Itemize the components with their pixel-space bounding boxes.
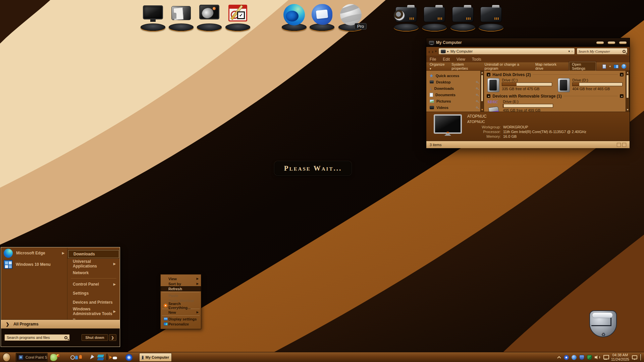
start-item-devices-and-printers[interactable]: Devices and Printers: [67, 298, 120, 307]
context-item-refresh[interactable]: Refresh: [161, 286, 201, 291]
title-bar[interactable]: My Computer: [426, 38, 630, 47]
back-button[interactable]: ‹: [428, 49, 430, 54]
menu-edit[interactable]: Edit: [443, 57, 450, 62]
network-icon[interactable]: [603, 355, 608, 360]
task-button-my-computer[interactable]: My Computer: [139, 353, 172, 362]
shut-down-button[interactable]: Shut down: [82, 334, 108, 341]
close-button[interactable]: [619, 41, 627, 44]
drive-c[interactable]: Drive (C:) 335 GB free of 475 GB: [487, 78, 553, 92]
search-input[interactable]: [579, 49, 623, 53]
tray-sparkle-icon[interactable]: [564, 355, 569, 360]
uninstall-button[interactable]: Uninstall or change a program: [485, 62, 529, 70]
scroll-up-icon[interactable]: ▲: [626, 71, 629, 74]
context-item-new[interactable]: New ▶: [161, 310, 201, 315]
scrollbar-thumb[interactable]: [626, 75, 629, 98]
recent-pages-icon[interactable]: ▾: [435, 50, 437, 53]
scroll-down-icon[interactable]: ▼: [481, 108, 484, 111]
start-search-box[interactable]: [4, 334, 70, 341]
collapse-icon[interactable]: ▲: [487, 73, 490, 76]
start-item-control-panel[interactable]: Control Panel ▶: [67, 280, 120, 289]
context-item-search-everything[interactable]: Search Everything...: [161, 303, 201, 308]
sidebar-item-pictures[interactable]: Pictures: [430, 98, 480, 104]
tray-shield-icon[interactable]: [579, 355, 584, 360]
show-desktop-button[interactable]: [640, 354, 641, 361]
my-computer-window: My Computer ‹ › ▾ ▸ My Computer ▾ › Fil: [426, 38, 630, 148]
dock-folder-icon-3[interactable]: [477, 3, 505, 32]
change-view-icon[interactable]: [602, 64, 606, 69]
start-button[interactable]: [3, 353, 10, 362]
sidebar-item-videos[interactable]: Videos: [430, 104, 480, 111]
maximize-button[interactable]: [607, 41, 615, 44]
preview-pane-icon[interactable]: [614, 65, 619, 68]
dock-documents-icon[interactable]: [167, 3, 195, 32]
start-search-input[interactable]: [7, 336, 64, 340]
sidebar-item-documents[interactable]: Documents: [430, 92, 480, 98]
details-view-icon[interactable]: [617, 143, 621, 147]
dock-thunderbird-icon[interactable]: [308, 3, 336, 32]
volume-icon[interactable]: [595, 355, 600, 360]
scroll-down-icon[interactable]: ▼: [626, 108, 629, 111]
shut-down-options-button[interactable]: ❯: [109, 334, 116, 341]
dock-my-computer-icon[interactable]: [139, 3, 167, 32]
all-programs-button[interactable]: ❯ All Programs: [1, 319, 120, 328]
collapse-icon[interactable]: ▲: [620, 94, 624, 98]
map-network-drive-button[interactable]: Map network drive: [535, 62, 562, 70]
sidebar-scrollbar[interactable]: ▲ ▼: [480, 71, 484, 112]
menu-view[interactable]: View: [457, 57, 465, 62]
recycle-bin-icon[interactable]: ♻: [587, 309, 620, 340]
address-dropdown-icon[interactable]: ▾: [568, 50, 570, 53]
context-item-sort-by[interactable]: Sort by ▶: [161, 281, 201, 286]
refresh-icon[interactable]: ›: [572, 50, 573, 53]
dock-folder-icon-2[interactable]: [449, 3, 477, 32]
taskbar-media-icon[interactable]: [107, 354, 107, 360]
context-item-paste[interactable]: Paste: [161, 293, 201, 298]
context-item-personalize[interactable]: Personalize: [161, 321, 201, 326]
start-item-universal-applications[interactable]: Universal Applications ▶: [67, 259, 120, 268]
start-item-windows-10-menu[interactable]: Windows 10 Menu: [1, 259, 67, 270]
sidebar-item-downloads[interactable]: ↓ Downloads: [430, 85, 480, 92]
notifications-icon[interactable]: [632, 355, 637, 359]
scroll-up-icon[interactable]: ▲: [481, 71, 484, 74]
sidebar-item-quick-access[interactable]: ★ Quick access: [430, 72, 480, 79]
forward-button[interactable]: ›: [432, 49, 433, 54]
context-item-view[interactable]: View ▶: [161, 276, 201, 281]
open-settings-button[interactable]: Open Settings: [569, 61, 596, 71]
taskbar-kiwix-icon[interactable]: [50, 354, 57, 361]
search-box[interactable]: [577, 48, 628, 55]
sidebar-item-desktop[interactable]: Desktop: [430, 79, 480, 85]
collapse-icon[interactable]: ▲: [487, 94, 490, 98]
drive-d[interactable]: Drive (D:) 404 GB free of 465 GB: [558, 78, 624, 92]
start-item-network[interactable]: Network: [67, 268, 120, 277]
start-item-windows-administrative-tools[interactable]: Windows Administrative Tools ▶: [67, 307, 120, 316]
organize-button[interactable]: Organize ▾: [430, 62, 445, 70]
scrollbar-thumb[interactable]: [481, 75, 484, 102]
help-icon[interactable]: ?: [622, 64, 626, 69]
taskbar-glow-app-icon[interactable]: [125, 354, 132, 361]
main-scrollbar[interactable]: ▲ ▼: [626, 71, 630, 112]
minimize-button[interactable]: [596, 41, 604, 44]
start-item-microsoft-edge[interactable]: Microsoft Edge ▶: [1, 247, 67, 259]
dock-image-editor-icon[interactable]: [224, 3, 252, 32]
collapse-icon[interactable]: ▲: [620, 73, 624, 76]
monitor-icon: [143, 5, 163, 19]
menu-file[interactable]: File: [430, 57, 436, 62]
tray-ball-icon[interactable]: [572, 355, 577, 360]
hidden-icons-chevron-icon[interactable]: [557, 356, 561, 360]
system-properties-button[interactable]: System properties: [451, 62, 478, 70]
menu-tools[interactable]: Tools: [472, 57, 481, 62]
capacity-bar: [503, 104, 553, 108]
taskbar-clock[interactable]: 04:38 AM 11/24/2025: [611, 353, 629, 362]
task-button-corel[interactable]: Corel Paint Shop P...: [16, 353, 48, 362]
dock-edge-icon[interactable]: [280, 3, 308, 32]
dock-network-icon[interactable]: [196, 3, 223, 32]
breadcrumb[interactable]: ▸ My Computer ▾ ›: [438, 48, 575, 55]
thumbnail-view-icon[interactable]: [622, 143, 626, 147]
context-item-display-settings[interactable]: Display settings: [161, 316, 201, 321]
dock-camera-folder-icon[interactable]: [392, 3, 420, 32]
dock-google-earth-pro-icon[interactable]: Pro: [337, 3, 365, 32]
start-item-settings[interactable]: Settings: [67, 289, 120, 298]
defender-shield-icon[interactable]: [587, 355, 592, 360]
start-item-downloads[interactable]: Downloads: [68, 250, 119, 258]
view-dropdown-icon[interactable]: ▾: [609, 65, 611, 68]
dock-folder-icon-1[interactable]: [421, 3, 448, 32]
